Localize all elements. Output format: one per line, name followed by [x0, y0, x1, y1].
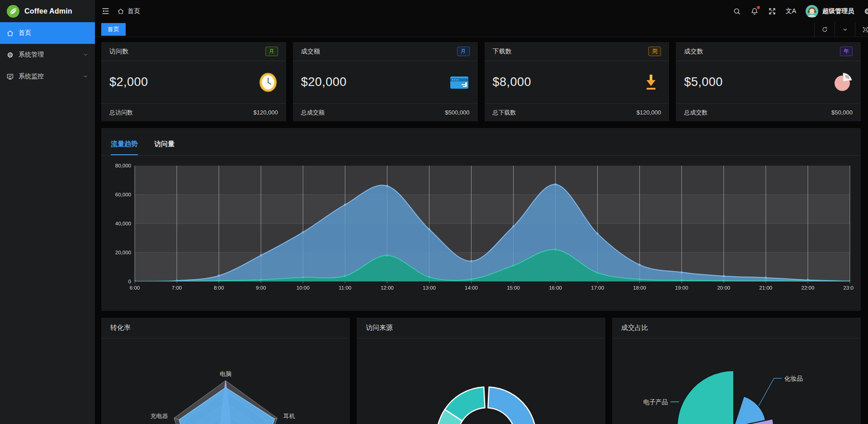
gear-icon[interactable]	[863, 7, 868, 15]
traffic-trend-card: 流量趋势 访问量 6:007:008:009:0010:0011:0012:00…	[101, 128, 861, 311]
maximize-icon[interactable]	[855, 22, 868, 37]
svg-text:%: %	[845, 75, 849, 80]
stat-value: $8,000	[493, 75, 532, 89]
chevron-down-icon	[82, 73, 89, 80]
stat-footer-label: 总下载数	[493, 109, 516, 117]
gear-icon	[6, 51, 14, 59]
stat-card-footer: 总成交额 $500,000	[293, 103, 478, 121]
breadcrumb-label: 首页	[127, 7, 140, 15]
download-icon	[641, 72, 661, 92]
stat-footer-label: 总成交额	[301, 109, 325, 117]
stat-card-title: 访问数	[109, 48, 128, 56]
card-title: 转化率	[101, 318, 350, 338]
sidebar-item-系统管理[interactable]: 系统管理	[0, 44, 95, 66]
stat-card-header: 成交数 年	[676, 42, 861, 61]
coffee-admin-logo-icon	[6, 5, 20, 18]
user-menu[interactable]: 超级管理员	[806, 5, 854, 18]
stat-footer-label: 总访问数	[109, 109, 133, 117]
svg-text:10:00: 10:00	[297, 285, 310, 291]
tabbar: 首页	[95, 22, 868, 37]
stat-footer-value: $50,000	[831, 109, 853, 116]
chevron-down-icon	[82, 52, 89, 58]
sidebar-item-label: 系统监控	[19, 72, 44, 81]
stat-card-title: 成交数	[684, 48, 703, 56]
svg-text:11:00: 11:00	[339, 285, 351, 291]
stat-period-badge: 月	[457, 47, 470, 56]
stat-card-footer: 总访问数 $120,000	[101, 103, 286, 121]
tabbar-controls	[814, 22, 868, 37]
stat-card-header: 下载数 周	[485, 42, 670, 61]
svg-text:电脑: 电脑	[220, 371, 231, 377]
svg-text:电子产品: 电子产品	[643, 399, 668, 405]
svg-text:耳机: 耳机	[283, 413, 295, 419]
svg-text:14:00: 14:00	[465, 285, 478, 291]
stat-card-body: $8,000	[485, 61, 670, 103]
tab-home[interactable]: 首页	[101, 23, 126, 36]
stat-footer-value: $500,000	[445, 109, 469, 116]
conversion-rate-card: 转化率 电脑耳机充电器	[101, 318, 350, 424]
sidebar-item-label: 系统管理	[19, 51, 44, 59]
trend-tab-访问量[interactable]: 访问量	[154, 140, 175, 155]
svg-text:19:00: 19:00	[675, 285, 688, 291]
monitor-icon	[6, 73, 14, 81]
svg-text:充电器: 充电器	[151, 413, 168, 419]
fullscreen-icon[interactable]	[768, 7, 776, 15]
stat-card-grid: 访问数 月 $2,000 总访问数 $120,000 成交额 月 $20,000…	[101, 42, 861, 121]
stat-value: $5,000	[684, 75, 723, 89]
refresh-icon[interactable]	[814, 22, 835, 37]
conversion-radar-chart: 电脑耳机充电器	[101, 338, 350, 424]
breadcrumb[interactable]: 首页	[117, 7, 140, 15]
user-name: 超级管理员	[822, 7, 854, 15]
notification-dot	[757, 6, 760, 9]
collapse-sidebar-icon[interactable]	[101, 7, 110, 15]
sidebar-menu: 首页 系统管理 系统监控	[0, 22, 95, 87]
stat-footer-value: $120,000	[637, 109, 661, 116]
stat-card-成交数: 成交数 年 $5,000 % 总成交数 $50,000	[676, 42, 861, 121]
svg-text:12:00: 12:00	[381, 285, 394, 291]
svg-text:16:00: 16:00	[549, 285, 562, 291]
sidebar-item-label: 首页	[19, 29, 31, 37]
bell-icon[interactable]	[750, 7, 759, 15]
stat-card-body: $5,000 %	[676, 61, 861, 103]
svg-text:60,000: 60,000	[115, 192, 131, 197]
svg-text:9:00: 9:00	[256, 285, 266, 291]
navbar-left: 首页	[101, 7, 140, 15]
pie-percent-icon: %	[833, 72, 853, 92]
svg-text:20,000: 20,000	[115, 250, 131, 255]
svg-text:80,000: 80,000	[115, 163, 131, 168]
traffic-trend-chart: 6:007:008:009:0010:0011:0012:0013:0014:0…	[101, 156, 861, 311]
svg-text:7:00: 7:00	[172, 285, 182, 291]
trend-card-tabs: 流量趋势 访问量	[101, 128, 861, 156]
svg-text:17:00: 17:00	[591, 285, 604, 291]
home-icon	[6, 29, 14, 37]
stat-value: $20,000	[301, 75, 347, 89]
svg-text:6:00: 6:00	[130, 285, 140, 291]
svg-text:化妆品: 化妆品	[784, 375, 803, 382]
stat-card-footer: 总下载数 $120,000	[485, 103, 670, 121]
home-icon	[117, 8, 124, 15]
search-icon[interactable]	[733, 7, 741, 15]
avatar	[806, 5, 818, 18]
chevron-down-icon[interactable]	[835, 22, 855, 37]
translate-icon[interactable]: 文A	[786, 7, 796, 15]
svg-text:40,000: 40,000	[115, 221, 131, 226]
svg-text:0: 0	[128, 279, 131, 284]
sidebar-item-首页[interactable]: 首页	[0, 22, 95, 44]
stat-card-title: 下载数	[493, 48, 512, 56]
svg-text:13:00: 13:00	[423, 285, 436, 291]
stat-card-访问数: 访问数 月 $2,000 总访问数 $120,000	[101, 42, 286, 121]
svg-text:18:00: 18:00	[633, 285, 646, 291]
top-navbar: 首页 文A 超级管理员	[95, 0, 868, 22]
sidebar-item-系统监控[interactable]: 系统监控	[0, 66, 95, 87]
card-title: 成交占比	[612, 318, 861, 338]
bottom-card-grid: 转化率 电脑耳机充电器 访问来源 成交占比 电子产品化妆品	[101, 318, 861, 424]
visit-source-donut-chart	[357, 338, 605, 424]
stat-card-header: 成交额 月	[293, 42, 478, 61]
trend-tab-流量趋势[interactable]: 流量趋势	[111, 140, 138, 155]
page-content: 访问数 月 $2,000 总访问数 $120,000 成交额 月 $20,000…	[95, 37, 868, 424]
svg-text:21:00: 21:00	[759, 285, 772, 291]
stat-footer-label: 总成交数	[684, 109, 708, 117]
stat-card-title: 成交额	[301, 48, 320, 56]
clock-icon	[258, 72, 278, 92]
bank-card-icon	[449, 72, 470, 92]
